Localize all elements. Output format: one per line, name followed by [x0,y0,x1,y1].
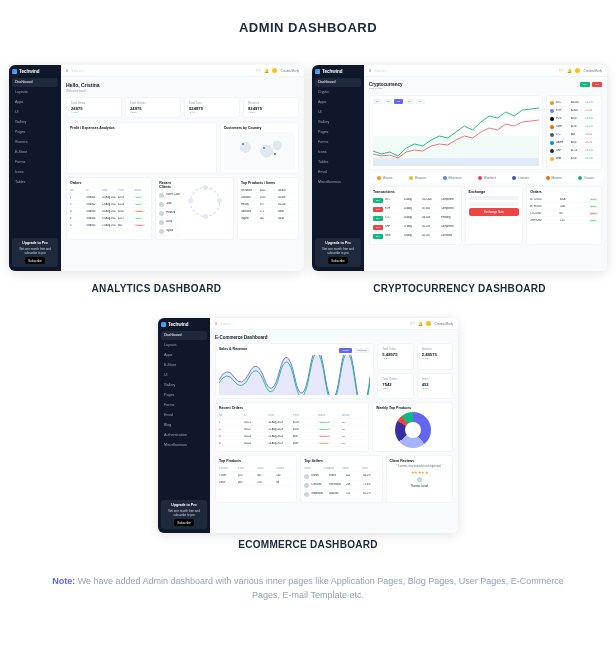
coin-brand[interactable]: Litecoin [512,176,528,180]
sidebar-item[interactable]: Starters [12,138,58,147]
search-input[interactable]: Search... [374,69,388,73]
sidebar-item-dashboard[interactable]: Dashboard [161,331,207,340]
sidebar-item[interactable]: Layouts [161,341,207,350]
menu-icon[interactable]: ≡ [215,321,217,326]
list-item[interactable]: Landrick1245$2586 [241,194,295,201]
timeframe-tab[interactable]: 1w [405,99,414,104]
table-row[interactable]: LTC/USD89Open [530,210,598,217]
coin-brand[interactable]: Monero [546,176,562,180]
sidebar-item[interactable]: Tables [315,158,361,167]
flag-icon[interactable]: 🏳️ [559,68,564,73]
sidebar-item[interactable]: Email [315,168,361,177]
timeframe-tab[interactable]: 1d [394,99,403,104]
sidebar-item[interactable]: Pages [315,128,361,137]
sidebar-item[interactable]: UI [161,371,207,380]
coin-brand[interactable]: Ethereum [443,176,462,180]
table-row[interactable]: 2#452211 Aug 2023$124Delivered⋯ [219,426,365,433]
list-item[interactable]: Giglink482$458 [241,215,295,222]
search-input[interactable]: Search... [71,69,85,73]
coin-brand[interactable]: Blocknet [478,176,496,180]
sidebar-item[interactable]: Email [161,411,207,420]
table-row[interactable]: 3#ord00316 Aug 2023$245Unpaid [70,208,148,215]
avatar[interactable] [426,321,431,326]
timeframe-tab[interactable]: 1h [373,99,382,104]
sidebar-item[interactable]: Authentication [161,431,207,440]
coin-brand[interactable]: Kucoin [578,176,593,180]
list-item[interactable]: Karen Clark [159,191,180,200]
table-row[interactable]: BuyBNB18 Aug$2,587Canceled [373,232,458,241]
notification-icon[interactable]: 🔔 [567,68,572,73]
sell-button[interactable]: Sell [592,82,602,87]
notification-icon[interactable]: 🔔 [264,68,269,73]
table-row[interactable]: Chair$8521098 [219,479,293,486]
table-row[interactable]: BuyBTC14 Aug$14,400Completed [373,196,458,205]
list-item[interactable]: Larry [159,218,180,227]
sidebar-item[interactable]: Icons [12,168,58,177]
table-row[interactable]: T-shirt$25485145 [219,472,293,479]
sidebar-item[interactable]: Miscellaneous [315,178,361,187]
coin-row[interactable]: DASH$456-0.2% [550,139,598,147]
flag-icon[interactable]: 🏳️ [410,321,415,326]
timeframe-tab[interactable]: 4h [384,99,393,104]
coin-row[interactable]: LTC$89-0.5% [550,131,598,139]
buy-button[interactable]: Buy [580,82,590,87]
table-row[interactable]: 5#ord00521 Aug 2023$62Unpaid [70,222,148,229]
table-row[interactable]: SellETH15 Aug$7,845Completed [373,205,458,214]
coin-row[interactable]: XRP$1.24+3.4% [550,147,598,155]
table-row[interactable]: 4#452413 Aug 2023$487Pending⋯ [219,440,365,447]
table-row[interactable]: ETH/USD2345Done [530,203,598,210]
table-row[interactable]: XRP/USD1.24Done [530,217,598,224]
sidebar-item-dashboard[interactable]: Dashboard [315,78,361,87]
coin-row[interactable]: BTC$34587+1.5% [550,99,598,107]
sidebar-item[interactable]: E-Store [12,148,58,157]
notification-icon[interactable]: 🔔 [418,321,423,326]
coin-row[interactable]: BNB$258+0.9% [550,155,598,163]
list-item[interactable]: Jobstack571$968 [241,208,295,215]
list-item[interactable]: Hously857$1258 [241,201,295,208]
sidebar-item[interactable]: Gallery [315,118,361,127]
sidebar-item[interactable]: Miscellaneous [161,441,207,450]
table-row[interactable]: BTC/USD34587Done [530,196,598,203]
coin-row[interactable]: ETH$2345-2.1% [550,107,598,115]
subscribe-button[interactable]: Subscribe [174,519,193,526]
subscribe-button[interactable]: Subscribe [328,257,347,264]
sidebar-item[interactable]: Pages [12,128,58,137]
table-row[interactable]: ChristinaElectronics25872.3% [304,481,378,490]
table-row[interactable]: SellXRP17 Aug$1,245Completed [373,223,458,232]
sidebar-item[interactable]: Blog [161,421,207,430]
menu-icon[interactable]: ≡ [66,68,68,73]
sidebar-item[interactable]: Gallery [12,118,58,127]
sidebar-item[interactable]: Layouts [12,88,58,97]
sidebar-item[interactable]: Gallery [161,381,207,390]
table-row[interactable]: 1#452110 Aug 2023$253Delivered⋯ [219,419,365,426]
table-row[interactable]: StephanieWatches12565.1% [304,490,378,499]
flag-icon[interactable]: 🏳️ [256,68,261,73]
sidebar-item[interactable]: Icons [315,148,361,157]
exchange-input[interactable] [469,196,520,200]
sidebar-item-dashboard[interactable]: Dashboard [12,78,58,87]
sidebar-item[interactable]: E-Store [161,361,207,370]
sidebar-item[interactable]: Apps [315,98,361,107]
table-row[interactable]: 1#ord00110 Aug 2023$253Paid [70,194,148,201]
subscribe-button[interactable]: Subscribe [25,257,44,264]
table-row[interactable]: 4#ord00419 Aug 2023$157Paid [70,215,148,222]
coin-brand[interactable]: Bitcoin [377,176,392,180]
list-item[interactable]: Julie [159,200,180,209]
list-item[interactable]: Techwind3542$4563 [241,187,295,194]
sidebar-item[interactable]: Forms [315,138,361,147]
avatar[interactable] [272,68,277,73]
table-row[interactable]: DanielShoes45284.5% [304,472,378,481]
timeframe-tab[interactable]: 1y [416,99,425,104]
exchange-input[interactable] [469,202,520,206]
table-row[interactable]: 2#ord00213 Aug 2023$123Paid [70,201,148,208]
period-tab[interactable]: Yesterday [354,348,371,353]
coin-row[interactable]: XMR$158+1.2% [550,123,598,131]
sidebar-item[interactable]: Apps [12,98,58,107]
period-tab[interactable]: Today [339,348,351,353]
coin-row[interactable]: EOS$458+0.8% [550,115,598,123]
exchange-button[interactable]: Exchange Now [469,208,520,216]
menu-icon[interactable]: ≡ [369,68,371,73]
sidebar-item[interactable]: Crypto [315,88,361,97]
sidebar-item[interactable]: UI [12,108,58,117]
sidebar-item[interactable]: Forms [161,401,207,410]
